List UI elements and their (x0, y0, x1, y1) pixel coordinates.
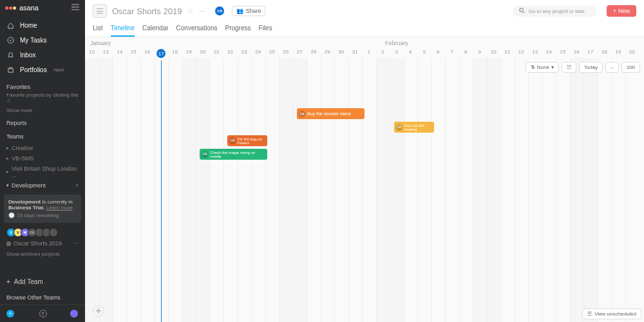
search-input[interactable]: Go to any project or task (513, 6, 596, 17)
nav-label: Portfolios (20, 66, 47, 73)
show-archived-link[interactable]: Show archived projects (0, 249, 85, 260)
favorites-section: Favorites Favorite projects by clicking … (0, 80, 85, 105)
day-column-header: 14 (113, 49, 127, 58)
team-item-creative[interactable]: ▸Creative (0, 143, 85, 153)
task-bar-fix-bug[interactable]: DB Fix the bug on Firefox (227, 135, 267, 146)
day-column-header: 4 (404, 49, 418, 58)
project-icon[interactable] (93, 4, 107, 18)
view-unscheduled-button[interactable]: ☰ View unscheduled (582, 308, 641, 319)
new-button[interactable]: +New (607, 5, 636, 17)
grid-column (500, 58, 515, 322)
tab-timeline[interactable]: Timeline (111, 22, 135, 37)
logo[interactable]: asana (5, 4, 71, 12)
color-dropdown[interactable]: ☷ (562, 62, 576, 73)
more-icon[interactable]: ⋯ (73, 240, 79, 247)
task-label: Buy the domain name (307, 111, 351, 116)
day-column-header: 5 (417, 49, 431, 58)
grid-column (473, 58, 487, 322)
nav-my-tasks[interactable]: My Tasks (0, 33, 85, 48)
star-icon[interactable]: ☆ (187, 6, 194, 15)
nav-inbox[interactable]: Inbox (0, 48, 85, 62)
zoom-out-button[interactable]: – (605, 62, 618, 73)
team-item-development[interactable]: ▾Development+ (0, 180, 85, 191)
tab-calendar[interactable]: Calendar (142, 22, 169, 37)
task-bar-buy-domain[interactable]: DB Buy the domain name (297, 108, 365, 119)
chevron-right-icon: ▸ (6, 156, 9, 161)
day-column-header: 6 (431, 49, 446, 58)
zoom-percent[interactable]: 100 (621, 62, 640, 73)
grid-column (431, 58, 446, 322)
sort-dropdown[interactable]: ⇅None▾ (526, 62, 559, 73)
help-icon[interactable]: ? (39, 310, 47, 317)
day-column-header: 19 (611, 49, 625, 58)
header: Oscar Shorts 2019 ☆ ⋯ DB 👥Share Go to an… (85, 0, 644, 37)
grid-column (307, 58, 321, 322)
teams-title: Teams (6, 133, 79, 140)
bell-icon (6, 51, 15, 59)
grid-column (210, 58, 224, 322)
user-avatar[interactable] (70, 309, 79, 318)
day-column-header: 15 (556, 49, 570, 58)
day-column-header: 16 (570, 49, 584, 58)
check-circle-icon (6, 36, 15, 44)
learn-more-link[interactable]: Learn more (46, 205, 73, 211)
add-team-button[interactable]: +Add Team (6, 278, 79, 285)
new-badge: New! (54, 68, 64, 72)
project-title[interactable]: Oscar Shorts 2019 (112, 6, 182, 16)
today-button[interactable]: Today (579, 62, 603, 73)
team-item-visitbritain[interactable]: ▸Visit Britain Shop London ... (0, 164, 85, 180)
grid-column (113, 58, 127, 322)
tab-list[interactable]: List (93, 22, 103, 37)
day-column-header: 17 (583, 49, 598, 58)
day-column-header: 2 (376, 49, 390, 58)
team-item-vbsms[interactable]: ▸VB-SMS (0, 153, 85, 164)
browse-teams-link[interactable]: Browse Other Teams (0, 290, 85, 305)
grid-column (168, 58, 182, 322)
grid-column (417, 58, 431, 322)
plus-icon[interactable]: + (75, 182, 79, 189)
day-column-header: 23 (238, 49, 252, 58)
chevron-down-icon: ▾ (551, 64, 554, 70)
task-bar-sort-hosting[interactable]: DB Sort out the hosting (394, 122, 434, 133)
day-column-header: 10 (487, 49, 501, 58)
project-member-avatar[interactable]: DB (215, 6, 224, 15)
day-column-header: 30 (334, 49, 348, 58)
grid-column (376, 58, 390, 322)
avatar[interactable] (49, 228, 58, 237)
day-column-header: 22 (223, 49, 238, 58)
nav-portfolios[interactable]: Portfolios New! (0, 62, 85, 77)
day-column-header: 27 (293, 49, 307, 58)
grid-column (238, 58, 252, 322)
day-column-header: 18 (168, 49, 182, 58)
tab-conversations[interactable]: Conversations (176, 22, 218, 37)
grid-column (127, 58, 141, 322)
day-column-header: 3 (390, 49, 404, 58)
task-bar-check-image[interactable]: DB Check the image sizing on mobile (200, 149, 267, 160)
grid-column (445, 58, 459, 322)
task-label: Check the image sizing on mobile (210, 151, 265, 158)
timeline-grid (85, 58, 644, 322)
grid-column (99, 58, 113, 322)
grid-column (348, 58, 363, 322)
team-avatars: S V M DB (0, 227, 85, 238)
collapse-sidebar-icon[interactable] (71, 4, 80, 12)
project-color-icon (6, 242, 11, 246)
timeline[interactable]: January February 12131415161718192021222… (85, 37, 644, 322)
tab-progress[interactable]: Progress (225, 22, 251, 37)
search-icon (519, 8, 525, 15)
day-column-header: 31 (348, 49, 363, 58)
nav-home[interactable]: Home (0, 18, 85, 33)
day-column-header: 7 (445, 49, 459, 58)
more-icon[interactable]: ⋯ (199, 8, 206, 15)
grid-column (487, 58, 501, 322)
grid-column (265, 58, 279, 322)
nav-label: Inbox (20, 52, 35, 59)
plus-icon[interactable]: + (6, 310, 14, 317)
assignee-avatar: DB (299, 111, 305, 117)
tab-files[interactable]: Files (259, 22, 272, 37)
project-row[interactable]: Oscar Shorts 2019⋯ (0, 238, 85, 249)
assignee-avatar: DB (229, 138, 236, 144)
share-button[interactable]: 👥Share (232, 6, 265, 16)
show-more-favorites[interactable]: Show more (0, 105, 85, 116)
add-task-fab[interactable]: + (93, 305, 104, 317)
